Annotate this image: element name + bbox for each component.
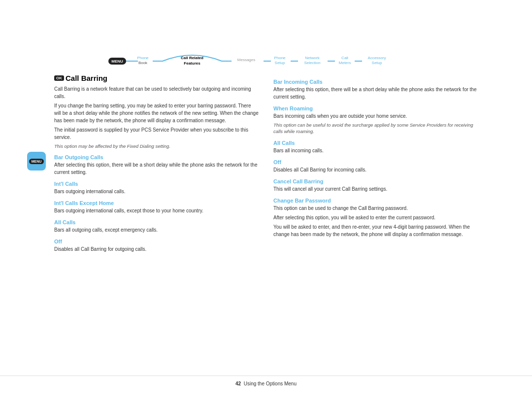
all-calls-left-body: Bars all outgoing calls, except emergenc… — [54, 226, 259, 234]
footer-text: Using the Options Menu — [244, 381, 297, 386]
svg-text:Messages: Messages — [237, 58, 255, 62]
all-calls-left-heading: All Calls — [54, 219, 259, 225]
page-title: OK Call Barring — [54, 74, 259, 82]
bar-incoming-calls-heading: Bar Incoming Calls — [273, 79, 478, 85]
off-right-heading: Off — [273, 159, 478, 165]
svg-text:Features: Features — [184, 61, 200, 66]
svg-text:Phone: Phone — [137, 56, 149, 60]
svg-text:Call: Call — [341, 56, 348, 60]
right-column: Bar Incoming Calls After selecting this … — [273, 74, 478, 367]
svg-text:Meters: Meters — [339, 61, 351, 65]
change-bar-password-heading: Change Bar Password — [273, 198, 478, 204]
when-roaming-note: This option can be useful to avoid the s… — [273, 122, 478, 135]
svg-text:Accessory: Accessory — [368, 56, 386, 60]
bar-outgoing-calls-body: After selecting this option, there will … — [54, 161, 259, 176]
intl-calls-except-home-body: Bars outgoing international calls, excep… — [54, 207, 259, 214]
change-bar-password-body3: You will be asked to enter, and then re-… — [273, 223, 478, 238]
all-calls-right-heading: All Calls — [273, 140, 478, 146]
menu-icon-float: MENU — [27, 152, 46, 171]
when-roaming-heading: When Roaming — [273, 105, 478, 111]
bar-incoming-calls-body: After selecting this option, there will … — [273, 86, 478, 101]
page-number: 42 — [235, 381, 241, 386]
svg-text:Setup: Setup — [275, 61, 285, 65]
ok-icon: OK — [54, 75, 64, 81]
menu-icon-label: MENU — [29, 159, 44, 164]
bar-outgoing-calls-heading: Bar Outgoing Calls — [54, 154, 259, 160]
change-bar-password-body1: This option can be used to change the Ca… — [273, 205, 478, 212]
intl-calls-except-home-heading: Int'l Calls Except Home — [54, 200, 259, 206]
left-column: MENU OK Call Barring Call Barring is a n… — [54, 74, 259, 367]
svg-text:MENU: MENU — [111, 59, 123, 64]
off-right-body: Disables all Call Barring for incoming c… — [273, 166, 478, 173]
intro-text-3: The initial password is supplied by your… — [54, 126, 259, 141]
svg-text:Call Related: Call Related — [181, 56, 203, 60]
cancel-call-barring-heading: Cancel Call Barring — [273, 178, 478, 184]
svg-text:Phone: Phone — [274, 56, 286, 60]
svg-text:Setup: Setup — [372, 61, 382, 65]
when-roaming-body: Bars incoming calls when you are outside… — [273, 112, 478, 120]
intl-calls-body: Bars outgoing international calls. — [54, 188, 259, 195]
change-bar-password-body2: After selecting this option, you will be… — [273, 214, 478, 221]
svg-text:Network: Network — [305, 56, 320, 60]
navigation-bar: MENU Phone Book Call Related Features Me… — [0, 47, 532, 71]
off-left-heading: Off — [54, 239, 259, 244]
off-left-body: Disables all Call Barring for outgoing c… — [54, 245, 259, 253]
page-footer: 42 Using the Options Menu — [0, 376, 532, 386]
intro-text-2: If you change the barring setting, you m… — [54, 102, 259, 124]
note-text-1: This option may be affected by the Fixed… — [54, 143, 259, 149]
svg-text:Selection: Selection — [304, 61, 321, 65]
intl-calls-heading: Int'l Calls — [54, 181, 259, 187]
intro-text-1: Call Barring is a network feature that c… — [54, 85, 259, 100]
svg-text:Book: Book — [138, 61, 148, 65]
main-content: MENU OK Call Barring Call Barring is a n… — [54, 74, 478, 367]
all-calls-right-body: Bars all incoming calls. — [273, 147, 478, 154]
cancel-call-barring-body: This will cancel all your current Call B… — [273, 185, 478, 193]
